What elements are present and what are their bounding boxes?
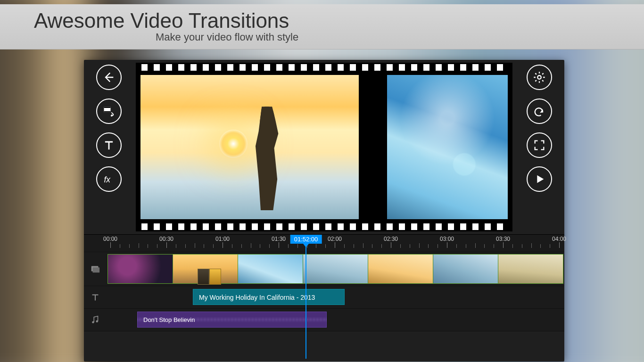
settings-button[interactable] xyxy=(527,65,552,90)
svg-rect-7 xyxy=(93,267,100,272)
video-clips-group[interactable] xyxy=(107,254,563,284)
preview-frame-left xyxy=(140,75,359,219)
promo-subtitle: Make your video flow with style xyxy=(156,31,644,43)
timeline: 00:0000:3001:0001:3002:0002:3003:0003:30… xyxy=(84,234,564,362)
ruler-label: 03:00 xyxy=(440,236,454,242)
video-track[interactable] xyxy=(84,252,564,286)
title-clip[interactable]: My Working Holiday In California - 2013 xyxy=(193,289,345,305)
video-clip-4[interactable] xyxy=(303,255,368,283)
ruler-label: 02:30 xyxy=(384,236,398,242)
preview-area: fx xyxy=(84,60,564,234)
effects-button[interactable]: fx xyxy=(96,166,122,192)
ruler-label: 00:00 xyxy=(103,236,117,242)
media-icon xyxy=(102,105,116,118)
filmstrip-preview xyxy=(136,63,512,231)
audio-clip-label: Don't Stop Believin xyxy=(143,316,195,323)
fullscreen-icon xyxy=(533,139,546,152)
sprocket-top xyxy=(136,63,512,72)
left-toolbar: fx xyxy=(92,65,125,192)
back-button[interactable] xyxy=(96,65,122,90)
svg-point-8 xyxy=(92,321,94,323)
fullscreen-button[interactable] xyxy=(527,132,552,158)
preview-frame-right xyxy=(387,75,508,219)
svg-text:fx: fx xyxy=(104,175,111,184)
text-tool-button[interactable] xyxy=(96,132,122,158)
ruler-label: 01:00 xyxy=(215,236,230,242)
time-ruler[interactable]: 00:0000:3001:0001:3002:0002:3003:0003:30… xyxy=(84,234,564,252)
fx-icon: fx xyxy=(102,173,116,186)
video-clip-3[interactable] xyxy=(238,255,303,283)
arrow-left-icon xyxy=(102,71,116,84)
media-library-button[interactable] xyxy=(96,99,122,124)
ruler-label: 01:30 xyxy=(272,236,286,242)
text-track-icon xyxy=(84,286,107,308)
sprocket-bottom xyxy=(136,222,512,231)
ruler-label: 03:30 xyxy=(496,236,510,242)
svg-point-5 xyxy=(537,75,541,79)
video-editor-window: fx 00:0000:3001:0001:3002:0002:3003:0003… xyxy=(84,60,564,362)
audio-clip[interactable]: Don't Stop Believin xyxy=(137,312,327,328)
svg-rect-2 xyxy=(104,111,111,112)
play-button[interactable] xyxy=(527,166,552,192)
video-clip-7[interactable] xyxy=(498,255,563,283)
undo-icon xyxy=(533,105,546,118)
text-icon xyxy=(102,139,116,152)
text-track[interactable]: My Working Holiday In California - 2013 xyxy=(84,286,564,309)
promo-header: Awesome Video Transitions Make your vide… xyxy=(0,4,644,49)
gear-icon xyxy=(533,71,546,84)
svg-point-9 xyxy=(96,320,98,322)
right-toolbar xyxy=(523,65,556,192)
transition-marker[interactable] xyxy=(198,269,221,285)
play-icon xyxy=(533,173,546,186)
promo-title: Awesome Video Transitions xyxy=(34,10,644,32)
ruler-label: 04:00 xyxy=(552,236,566,242)
video-track-icon xyxy=(84,252,107,286)
ruler-label: 00:30 xyxy=(159,236,173,242)
video-clip-1[interactable] xyxy=(108,255,173,283)
audio-track[interactable]: Don't Stop Believin xyxy=(84,309,564,331)
ruler-label: 02:00 xyxy=(328,236,342,242)
playhead-line[interactable] xyxy=(305,244,306,359)
video-clip-6[interactable] xyxy=(433,255,498,283)
audio-track-icon xyxy=(84,309,107,331)
svg-point-3 xyxy=(111,115,113,116)
undo-button[interactable] xyxy=(527,99,552,124)
svg-rect-1 xyxy=(104,107,111,108)
video-clip-5[interactable] xyxy=(368,255,433,283)
playhead-time-badge[interactable]: 01:52:00 xyxy=(290,235,322,244)
